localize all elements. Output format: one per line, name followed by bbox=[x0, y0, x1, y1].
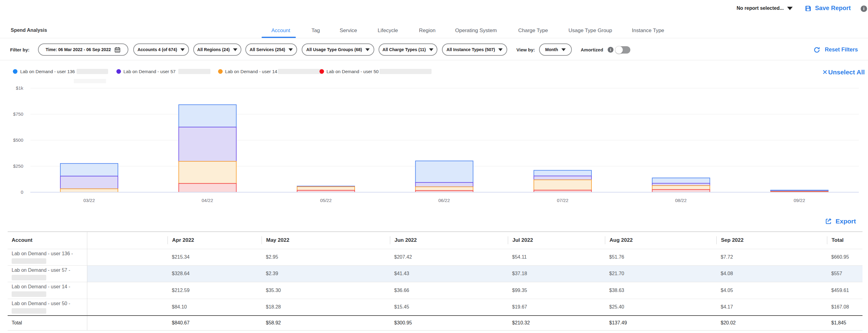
svg-text:0: 0 bbox=[21, 190, 23, 195]
svg-text:04/22: 04/22 bbox=[202, 198, 213, 203]
svg-text:$1k: $1k bbox=[16, 86, 24, 91]
svg-text:08/22: 08/22 bbox=[675, 198, 687, 203]
svg-text:03/22: 03/22 bbox=[83, 198, 95, 203]
svg-text:09/22: 09/22 bbox=[794, 198, 805, 203]
svg-text:$500: $500 bbox=[13, 137, 23, 143]
svg-text:05/22: 05/22 bbox=[320, 198, 332, 203]
svg-text:06/22: 06/22 bbox=[438, 198, 450, 203]
svg-text:$750: $750 bbox=[13, 111, 23, 116]
svg-text:$250: $250 bbox=[13, 163, 23, 169]
svg-text:07/22: 07/22 bbox=[557, 198, 568, 203]
